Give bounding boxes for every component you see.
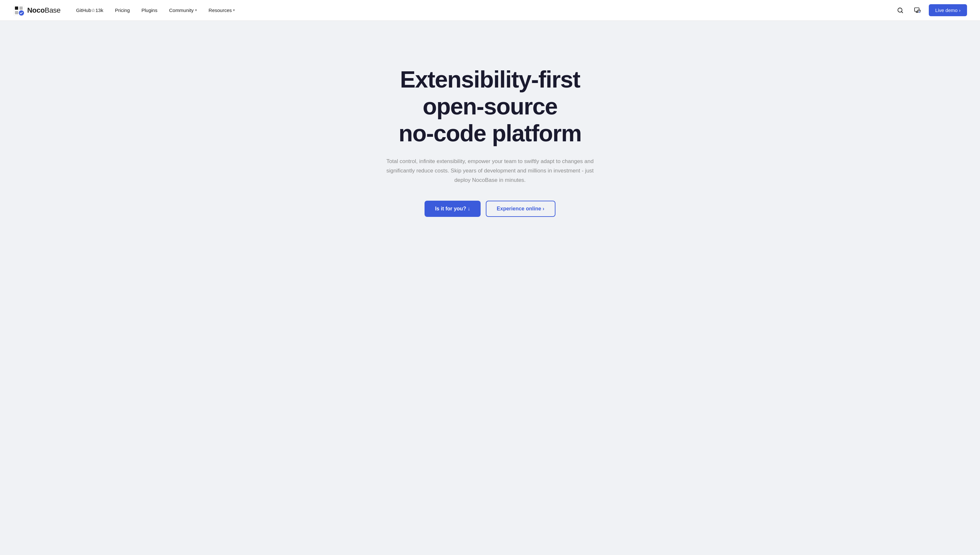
- nav-link-community[interactable]: Community ▾: [169, 8, 197, 13]
- live-demo-button[interactable]: Live demo ›: [929, 4, 967, 16]
- hero-buttons: Is it for you? ↓ Experience online ›: [424, 201, 555, 217]
- svg-rect-2: [15, 6, 18, 10]
- live-demo-label: Live demo ›: [935, 8, 961, 13]
- nav-link-plugins[interactable]: Plugins: [142, 8, 157, 13]
- hero-title-line2: open-source: [423, 93, 557, 119]
- svg-rect-4: [15, 11, 18, 14]
- hero-subtitle: Total control, infinite extensibility, e…: [380, 157, 600, 185]
- is-it-for-you-button[interactable]: Is it for you? ↓: [424, 201, 480, 217]
- hero-title: Extensibility-first open-source no-code …: [399, 66, 581, 146]
- hero-title-line1: Extensibility-first: [400, 66, 580, 92]
- btn-secondary-label: Experience online ›: [497, 206, 544, 212]
- resources-chevron-icon: ▾: [233, 8, 235, 12]
- logo-text: NocoBase: [27, 6, 61, 14]
- svg-rect-3: [19, 6, 23, 10]
- community-chevron-icon: ▾: [195, 8, 197, 12]
- nav-left: NocoBase GitHub☆13k Pricing Plugins Comm…: [13, 5, 235, 16]
- experience-online-button[interactable]: Experience online ›: [486, 201, 556, 217]
- hero-title-line3: no-code platform: [399, 120, 581, 146]
- hero-content: Extensibility-first open-source no-code …: [344, 21, 636, 269]
- nav-item-resources[interactable]: Resources ▾: [209, 8, 235, 13]
- nav-link-pricing[interactable]: Pricing: [115, 8, 130, 13]
- btn-primary-label: Is it for you? ↓: [435, 206, 470, 212]
- nav-links: GitHub☆13k Pricing Plugins Community ▾ R…: [76, 8, 235, 13]
- hero-section: Extensibility-first open-source no-code …: [0, 21, 980, 269]
- language-button[interactable]: [911, 4, 924, 16]
- nav-link-resources[interactable]: Resources ▾: [209, 8, 235, 13]
- nav-item-github[interactable]: GitHub☆13k: [76, 8, 103, 13]
- nav-right: Live demo ›: [894, 4, 967, 16]
- nav-item-community[interactable]: Community ▾: [169, 8, 197, 13]
- nav-item-plugins[interactable]: Plugins: [142, 8, 157, 13]
- nav-item-pricing[interactable]: Pricing: [115, 8, 130, 13]
- logo-icon: [13, 5, 25, 16]
- language-icon: [914, 7, 921, 14]
- nav-link-github[interactable]: GitHub☆13k: [76, 8, 103, 13]
- logo-link[interactable]: NocoBase: [13, 5, 61, 16]
- search-button[interactable]: [894, 5, 906, 16]
- search-icon: [897, 7, 903, 14]
- navbar: NocoBase GitHub☆13k Pricing Plugins Comm…: [0, 0, 980, 21]
